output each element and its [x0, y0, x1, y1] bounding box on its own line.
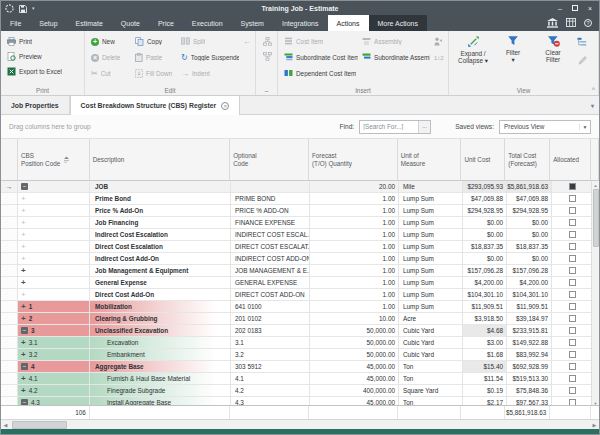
allocated-cell[interactable] [552, 397, 593, 405]
forecast-quantity-cell[interactable]: 1.00 [310, 289, 399, 301]
collapse-icon[interactable]: − [21, 327, 28, 334]
collapse-icon[interactable]: − [21, 183, 28, 190]
unit-cost-cell[interactable]: $11.54 [463, 373, 507, 385]
print-button[interactable]: Print [5, 34, 82, 49]
cbs-code-cell[interactable]: +4.1 [18, 373, 90, 385]
grid-row[interactable]: +Price % Add-OnPRICE % ADD-ON1.00Lump Su… [1, 205, 599, 217]
allocated-checkbox[interactable] [569, 303, 576, 310]
total-cost-cell[interactable]: $0.00 [507, 229, 552, 241]
grid-row[interactable]: −4Aggregate Base303 591245,000.00Ton$15.… [1, 361, 599, 373]
unit-cost-cell[interactable]: $15.40 [463, 361, 507, 373]
save-icon[interactable] [19, 0, 27, 17]
horizontal-scrollbar[interactable]: ◀ ▶ [1, 419, 599, 429]
new-button[interactable]: + New [89, 34, 133, 49]
menu-item-setup[interactable]: Setup [30, 15, 66, 31]
unit-of-measure-cell[interactable]: Cubic Yard [399, 349, 463, 361]
allocated-checkbox[interactable] [569, 243, 576, 250]
unit-cost-cell[interactable]: $47,069.88 [463, 193, 507, 205]
expand-icon[interactable]: + [21, 375, 26, 382]
allocated-cell[interactable] [552, 289, 593, 301]
forecast-quantity-cell[interactable]: 1.00 [310, 193, 399, 205]
header-optional-code[interactable]: Optional Code [230, 139, 309, 181]
total-cost-cell[interactable]: $157,096.28 [507, 265, 552, 277]
grid-row[interactable]: +4.1Furnish & Haul Base Material4.145,00… [1, 373, 599, 385]
menu-item-quote[interactable]: Quote [112, 15, 149, 31]
paste-button[interactable]: Paste [133, 50, 179, 65]
allocated-checkbox[interactable] [569, 351, 576, 358]
optional-code-cell[interactable]: 4.3 [231, 397, 310, 405]
expand-icon[interactable]: + [21, 219, 26, 226]
expand-icon[interactable]: + [21, 231, 26, 238]
unit-cost-cell[interactable]: $0.00 [463, 217, 507, 229]
search-input[interactable] [360, 121, 418, 133]
bank-icon[interactable] [547, 18, 558, 29]
row-selector-cell[interactable] [1, 205, 18, 217]
menu-item-price[interactable]: Price [149, 15, 183, 31]
grid-row[interactable]: +4.2Finegrade Subgrade4.2400,000.00Squar… [1, 385, 599, 397]
row-selector-cell[interactable] [1, 193, 18, 205]
optional-code-cell[interactable]: DIRECT COST ESCALAT... [231, 241, 310, 253]
clear-filter-button[interactable]: Clear Filter [535, 33, 571, 84]
allocated-checkbox[interactable] [569, 183, 576, 190]
allocated-cell[interactable] [552, 217, 593, 229]
allocated-cell[interactable] [552, 337, 593, 349]
allocated-cell[interactable] [552, 265, 593, 277]
description-cell[interactable]: Indirect Cost Escalation [90, 229, 231, 241]
quick-access-caret-icon[interactable]: ▾ [32, 5, 35, 11]
unit-of-measure-cell[interactable]: Cubic Yard [399, 325, 463, 337]
cbs-code-cell[interactable]: + [18, 277, 90, 289]
description-cell[interactable]: Install Aggregate Base [90, 397, 231, 405]
scroll-left-icon[interactable]: ◀ [1, 422, 10, 428]
allocated-cell[interactable] [552, 277, 593, 289]
description-cell[interactable]: Job Management & Equipment [90, 265, 231, 277]
optional-code-cell[interactable]: FINANCE EXPENSE [231, 217, 310, 229]
cbs-code-cell[interactable]: + [18, 241, 90, 253]
description-cell[interactable]: Prime Bond [90, 193, 231, 205]
allocated-checkbox[interactable] [569, 207, 576, 214]
row-selector-cell[interactable] [1, 397, 18, 405]
row-selector-cell[interactable] [1, 373, 18, 385]
optional-code-cell[interactable]: 201 0102 [231, 313, 310, 325]
allocated-cell[interactable] [552, 193, 593, 205]
hierarchy-down-icon[interactable] [263, 52, 272, 62]
unit-of-measure-cell[interactable]: Ton [399, 361, 463, 373]
allocated-checkbox[interactable] [569, 231, 576, 238]
cbs-code-cell[interactable]: + [18, 289, 90, 301]
total-cost-cell[interactable]: $519,513.30 [507, 373, 552, 385]
description-cell[interactable]: Furnish & Haul Base Material [90, 373, 231, 385]
optional-code-cell[interactable]: 641 0100 [231, 301, 310, 313]
row-selector-cell[interactable] [1, 229, 18, 241]
description-cell[interactable]: Mobilization [90, 301, 231, 313]
total-cost-cell[interactable]: $104,301.10 [507, 289, 552, 301]
description-cell[interactable]: General Expense [90, 277, 231, 289]
saved-views-dropdown[interactable]: Previous View ▼ [499, 120, 591, 134]
subordinate-cost-item-button[interactable]: Subordinate Cost Item [282, 50, 360, 65]
total-cost-cell[interactable]: $97,567.33 [507, 397, 552, 405]
cbs-code-cell[interactable]: +3.1 [18, 337, 90, 349]
expand-icon[interactable]: + [21, 315, 26, 322]
description-cell[interactable]: JOB [90, 181, 231, 193]
grid-row[interactable]: +3.1Excavation3.150,000.00Cubic Yard$3.0… [1, 337, 599, 349]
header-unit-of-measure[interactable]: Unit of Measure [398, 139, 462, 181]
expand-icon[interactable]: + [21, 279, 26, 286]
expand-icon[interactable]: + [21, 255, 26, 262]
expand-icon[interactable]: + [21, 291, 26, 298]
filter-button[interactable]: Filter ▾ [495, 33, 531, 84]
grid-row[interactable]: +General ExpenseGENERAL EXPENSE1.00Lump … [1, 277, 599, 289]
maximize-button[interactable] [572, 5, 578, 11]
row-selector-cell[interactable]: → [1, 181, 18, 193]
total-cost-cell[interactable]: $0.00 [507, 253, 552, 265]
optional-code-cell[interactable]: 4.2 [231, 385, 310, 397]
export-to-excel-button[interactable]: Export to Excel [5, 64, 82, 79]
total-cost-cell[interactable]: $4,200.00 [507, 277, 552, 289]
description-cell[interactable]: Unclassified Excavation [90, 325, 231, 337]
row-selector-cell[interactable] [1, 337, 18, 349]
unit-cost-cell[interactable]: $293,095.93 [463, 181, 507, 193]
header-total-cost[interactable]: Total Cost (Forecast) [505, 139, 550, 181]
collapse-icon[interactable]: − [21, 363, 28, 370]
optional-code-cell[interactable]: 3.1 [231, 337, 310, 349]
row-selector-cell[interactable] [1, 301, 18, 313]
unit-cost-cell[interactable]: $0.00 [463, 253, 507, 265]
ribbon-collapse-icon[interactable]: ^ [592, 87, 595, 93]
assembly-button[interactable]: Assembly [360, 34, 432, 49]
